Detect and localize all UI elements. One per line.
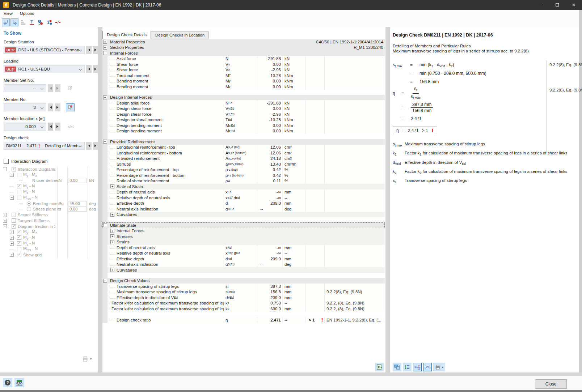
design-check-combobox[interactable]: DM0211 2.471 ! Detailing of Memb... [4, 142, 85, 150]
table-subsection-header[interactable]: +Curvatures [102, 212, 385, 218]
checkbox-icon[interactable] [12, 224, 16, 229]
table-row[interactable]: Shear forceVz-2.96kN [102, 67, 385, 73]
expander-icon[interactable]: − [103, 51, 107, 55]
expander-icon[interactable]: + [110, 234, 114, 238]
table-row[interactable]: Relative depth of neutral axisxRd / dRd-… [102, 251, 385, 256]
table-row[interactable]: Axial forceN-291.88kN [102, 56, 385, 62]
checkbox-icon[interactable] [12, 167, 16, 171]
table-row[interactable]: Percentage of reinforcement - bottomρ+z … [102, 172, 385, 178]
table-row[interactable]: Design bending momentMy,Ed0.00kNm [102, 123, 385, 128]
table-row[interactable]: Factor k2 for calculation of maximum tra… [102, 306, 385, 312]
expander-icon[interactable]: − [103, 223, 107, 227]
tree-item[interactable]: Mres - N [2, 246, 98, 252]
table-row[interactable]: Depth of neutral axisxRd-∞mm [102, 245, 385, 251]
table-subsection-header[interactable]: +State of Strain [102, 184, 385, 189]
tree-item[interactable]: +My - Mz [2, 229, 98, 235]
cut-line-button[interactable] [54, 18, 62, 26]
left-splitter[interactable] [98, 27, 102, 372]
design-check-previous-button[interactable] [86, 142, 92, 150]
checkbox-icon[interactable] [17, 241, 21, 246]
table-row[interactable]: Design shear forceVy,Ed0.00kN [102, 106, 385, 112]
dimension-line-button[interactable] [28, 18, 36, 26]
tree-value-field[interactable]: 0.00 [68, 206, 87, 212]
tree-item[interactable]: −Interaction Diagrams [2, 166, 98, 172]
section-view-button[interactable] [19, 18, 27, 26]
show-values-button[interactable]: 0 [37, 18, 45, 26]
list-settings-button[interactable] [403, 363, 412, 371]
tree-item[interactable]: Mz - N [2, 189, 98, 195]
loading-next-button[interactable] [93, 65, 98, 73]
expander-icon[interactable]: − [103, 279, 107, 283]
tree-expander-icon[interactable]: + [10, 236, 14, 240]
tree-item[interactable]: −Diagram Section in 3D [2, 223, 98, 229]
menu-item-options[interactable]: Options [16, 10, 38, 17]
table-row[interactable]: Design bending momentMz,Ed0.00kNm [102, 128, 385, 134]
radio-icon[interactable] [27, 201, 31, 206]
tab-design-checks-in-location[interactable]: Design Checks in Location [151, 31, 209, 39]
member-no-next-button[interactable] [55, 103, 60, 111]
tree-expander-icon[interactable]: − [10, 196, 14, 200]
tree-item[interactable]: −Mres - N [2, 195, 98, 201]
expander-icon[interactable]: + [103, 40, 107, 44]
maximize-button[interactable] [549, 0, 565, 10]
table-row[interactable]: Provided reinforcementAs,prov,tot24.13cm… [102, 156, 385, 162]
tree-item[interactable]: My - N [2, 183, 98, 189]
tree-expander-icon[interactable]: + [3, 219, 7, 223]
table-subsection-header[interactable]: +Curvatures [102, 267, 385, 273]
table-row[interactable]: Neutral axis inclinationα0,Rd--deg [102, 262, 385, 268]
member-no-pick-button[interactable] [66, 103, 75, 111]
checkbox-icon[interactable] [17, 190, 21, 194]
table-row[interactable]: Transverse spacing of stirrup legsst387.… [102, 284, 385, 289]
table-row[interactable]: Design torsional momentTEd-10.28kNm [102, 117, 385, 123]
tree-expander-icon[interactable]: + [10, 242, 14, 246]
right-splitter[interactable] [385, 27, 390, 372]
expander-icon[interactable]: + [110, 240, 114, 244]
table-section-header[interactable]: −Provided Reinforcement [102, 139, 385, 145]
minimize-button[interactable] [532, 0, 549, 10]
table-row[interactable]: Shear forceVy0.00kN [102, 61, 385, 67]
menu-item-view[interactable]: View [0, 10, 16, 17]
design-situation-previous-button[interactable] [86, 46, 92, 54]
tree-item[interactable]: +Secant Stiffness [2, 212, 98, 218]
table-section-header[interactable]: +Section PropertiesR_M1 1200/240 [102, 45, 385, 51]
tree-expander-icon[interactable]: − [3, 167, 7, 171]
radio-icon[interactable] [27, 207, 31, 211]
member-set-pick-button[interactable] [66, 84, 75, 92]
help-button[interactable]: ? [3, 378, 12, 387]
expander-icon[interactable]: + [110, 229, 114, 233]
tree-item[interactable]: −My - Mz [2, 172, 98, 178]
tree-expander-icon[interactable]: − [3, 224, 7, 228]
table-row[interactable]: Ratio of shear reinforcementρw0.11% [102, 178, 385, 184]
table-row[interactable]: Factor k1 for calculation of maximum tra… [102, 301, 385, 306]
table-row[interactable]: Design shear forceVz,Ed-2.96kN [102, 111, 385, 117]
checkbox-icon[interactable] [17, 184, 21, 188]
checkbox-icon[interactable] [17, 173, 21, 177]
decimal-places-button[interactable]: 0,00 [14, 378, 24, 387]
table-row[interactable]: Neutral axis inclinationα0,Ed--deg [102, 206, 385, 212]
relative-location-button[interactable]: x/x0 [66, 123, 76, 131]
member-no-combobox[interactable]: 3 [4, 103, 46, 111]
checkbox-icon[interactable] [17, 235, 21, 240]
table-row[interactable]: Percentage of reinforcement - topρ-z (to… [102, 167, 385, 173]
tree-expander-icon[interactable]: + [10, 253, 14, 257]
tree-expander-icon[interactable]: + [3, 213, 7, 217]
design-situation-next-button[interactable] [93, 46, 98, 54]
interaction-diagram-checkbox[interactable] [4, 159, 9, 164]
table-row[interactable]: Maximum transverse spacing of stirrup le… [102, 289, 385, 295]
close-button[interactable]: Close [535, 379, 567, 389]
select-previous-button[interactable] [2, 18, 10, 26]
tree-item[interactable]: Bending momeαM45.00deg [2, 201, 98, 206]
expander-icon[interactable]: + [103, 46, 107, 50]
table-section-header[interactable]: −Internal Forces [102, 50, 385, 56]
expander-icon[interactable]: − [103, 140, 107, 144]
table-row[interactable]: Effective depth in direction of VEddVEd2… [102, 295, 385, 301]
table-section-header[interactable]: −Ultimate State [102, 222, 385, 228]
table-row[interactable]: Bending momentMz0.00kNm [102, 84, 385, 90]
checkbox-icon[interactable] [17, 247, 21, 251]
table-section-header[interactable]: −Design Check Values [102, 278, 385, 284]
member-no-previous-button[interactable] [48, 103, 53, 111]
select-next-button[interactable] [10, 18, 18, 26]
substitute-values-button[interactable]: x=74 [413, 363, 422, 371]
member-set-next-button[interactable] [55, 84, 60, 92]
close-window-button[interactable]: ✕ [565, 0, 582, 10]
